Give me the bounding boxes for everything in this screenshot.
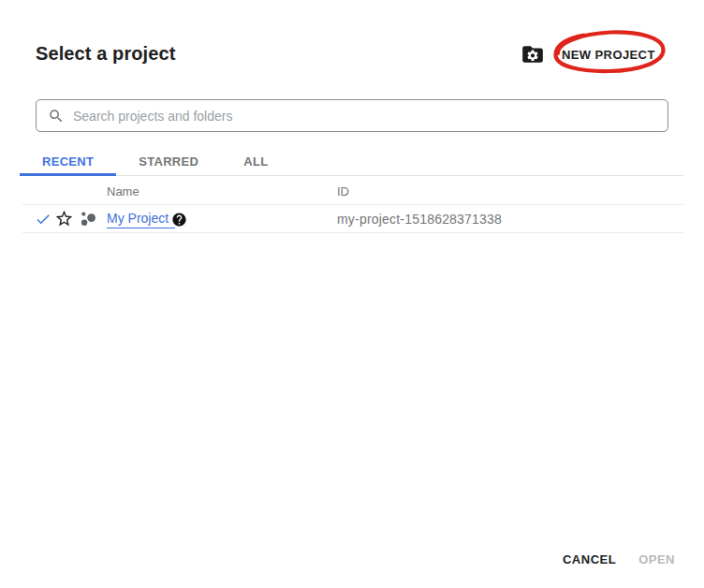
selected-check-icon: [35, 211, 51, 228]
project-name-link[interactable]: My Project: [107, 210, 175, 228]
new-project-folder-icon: [521, 42, 545, 66]
select-project-dialog: Select a project NEW PROJECT RECENT STAR…: [0, 0, 704, 588]
project-id: my-project-1518628371338: [337, 212, 502, 227]
new-project-button[interactable]: NEW PROJECT: [521, 39, 655, 69]
tab-starred[interactable]: STARRED: [116, 149, 221, 175]
new-project-label: NEW PROJECT: [562, 48, 655, 62]
search-box: [36, 99, 668, 132]
star-outline-icon[interactable]: [54, 209, 74, 228]
search-input[interactable]: [73, 109, 656, 124]
help-icon[interactable]: [171, 212, 187, 228]
project-dots-icon: [79, 210, 97, 228]
table-header: Name ID: [22, 176, 683, 205]
search-icon: [48, 108, 65, 125]
open-button[interactable]: OPEN: [627, 543, 686, 576]
cancel-button[interactable]: CANCEL: [551, 543, 627, 576]
column-header-name: Name: [107, 184, 139, 198]
column-header-id: ID: [337, 184, 349, 198]
table-row[interactable]: My Project my-project-1518628371338: [22, 205, 683, 233]
tab-bar: RECENT STARRED ALL: [20, 149, 683, 176]
dialog-footer: CANCEL OPEN: [551, 543, 686, 576]
page-title: Select a project: [36, 43, 175, 65]
tab-recent[interactable]: RECENT: [20, 149, 116, 175]
tab-all[interactable]: ALL: [221, 149, 290, 175]
